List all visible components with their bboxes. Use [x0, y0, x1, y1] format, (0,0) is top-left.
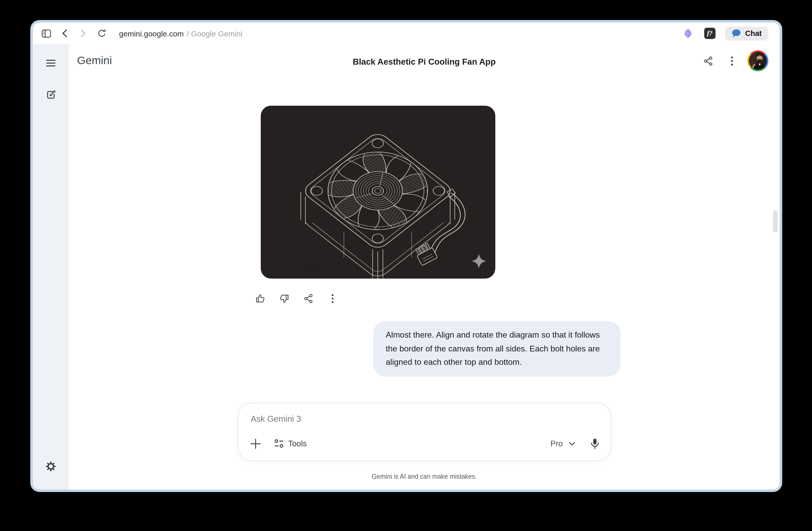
tools-label: Tools	[288, 439, 307, 448]
user-message-bubble: Almost there. Align and rotate the diagr…	[373, 321, 620, 376]
avatar-photo	[749, 52, 767, 70]
add-attachment-button[interactable]	[250, 438, 261, 449]
gemini-sidebar	[33, 44, 69, 489]
thumbs-up-button[interactable]	[255, 294, 265, 303]
conversation-title: Black Aesthetic Pi Cooling Fan App	[69, 57, 780, 67]
menu-button[interactable]	[41, 53, 61, 73]
hamburger-icon	[46, 60, 55, 67]
back-icon	[62, 29, 68, 38]
response-actions	[252, 294, 611, 303]
gemini-header: Gemini Black Aesthetic Pi Cooling Fan Ap…	[69, 44, 780, 83]
response-more-button[interactable]	[328, 294, 337, 303]
scrollbar-thumb[interactable]	[773, 210, 778, 232]
extension-f-button[interactable]: f?	[703, 27, 716, 40]
address-bar[interactable]: gemini.google.com/ Google Gemini	[119, 29, 243, 38]
browser-toolbar: gemini.google.com/ Google Gemini f?	[33, 23, 780, 44]
back-button[interactable]	[57, 26, 72, 41]
gear-icon	[46, 461, 56, 471]
conversation-column: Almost there. Align and rotate the diagr…	[237, 106, 611, 480]
f-question-icon: f?	[704, 28, 715, 39]
reload-icon	[97, 29, 106, 38]
kebab-menu-icon	[331, 294, 333, 303]
account-avatar[interactable]	[747, 50, 768, 71]
tools-button[interactable]: Tools	[274, 439, 307, 448]
chevron-down-icon	[568, 441, 575, 446]
url-page-title: / Google Gemini	[187, 29, 243, 38]
chat-bubble-icon	[731, 29, 741, 38]
share-icon	[304, 294, 313, 303]
microphone-button[interactable]	[591, 438, 599, 449]
plus-icon	[250, 438, 261, 449]
extension-gem-button[interactable]	[682, 27, 695, 40]
prompt-input[interactable]: Ask Gemini 3	[251, 414, 301, 424]
thumbs-up-icon	[255, 294, 265, 303]
thumbs-down-button[interactable]	[279, 294, 289, 303]
cooling-fan-diagram	[260, 106, 495, 279]
desktop: gemini.google.com/ Google Gemini f?	[0, 0, 812, 531]
forward-icon	[80, 29, 86, 38]
sparkle-icon	[472, 254, 486, 268]
new-chat-button[interactable]	[41, 85, 61, 104]
model-label: Pro	[550, 439, 563, 448]
prompt-composer[interactable]: Ask Gemini 3	[237, 402, 611, 460]
reload-button[interactable]	[95, 26, 109, 41]
share-icon	[704, 56, 713, 65]
gemini-main: Gemini Black Aesthetic Pi Cooling Fan Ap…	[69, 44, 780, 489]
gem-icon	[683, 28, 693, 39]
generated-image[interactable]	[260, 106, 495, 279]
url-host: gemini.google.com	[119, 29, 184, 38]
share-response-button[interactable]	[304, 294, 313, 303]
browser-window: gemini.google.com/ Google Gemini f?	[30, 20, 782, 492]
model-selector[interactable]: Pro	[550, 439, 575, 448]
sidebar-toggle-icon	[41, 29, 51, 38]
share-conversation-button[interactable]	[700, 53, 716, 69]
forward-button[interactable]	[76, 26, 90, 41]
chat-extension-label: Chat	[745, 29, 762, 38]
tools-sliders-icon	[274, 439, 284, 448]
chat-extension-button[interactable]: Chat	[725, 26, 768, 40]
header-more-button[interactable]	[724, 53, 740, 69]
thumbs-down-icon	[279, 294, 289, 303]
kebab-menu-icon	[731, 56, 733, 65]
sidebar-toggle-button[interactable]	[39, 26, 53, 41]
new-chat-icon	[46, 90, 56, 99]
microphone-icon	[591, 438, 599, 449]
disclaimer-text: Gemini is AI and can make mistakes.	[237, 473, 611, 480]
settings-button[interactable]	[41, 457, 61, 476]
